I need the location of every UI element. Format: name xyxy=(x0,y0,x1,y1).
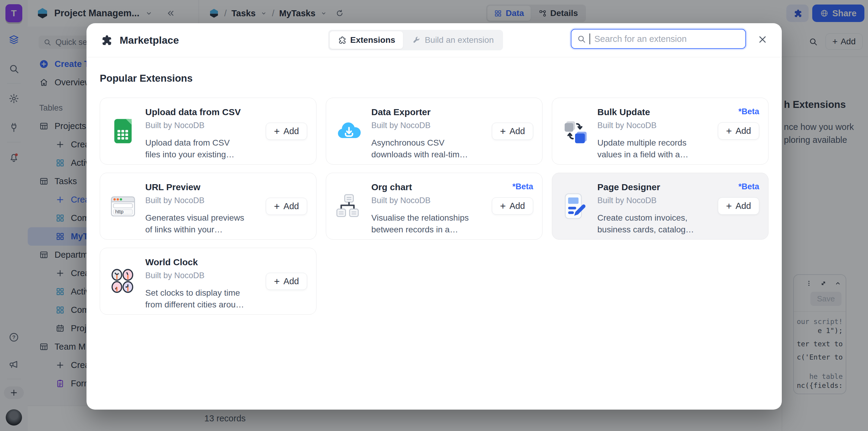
extension-card-org-chart[interactable]: Org chart Built by NocoDB Visualise the … xyxy=(326,173,542,240)
add-extension-button[interactable]: + Add xyxy=(492,197,533,215)
add-extension-button[interactable]: + Add xyxy=(266,273,307,290)
add-extension-button[interactable]: + Add xyxy=(266,123,307,140)
add-label: Add xyxy=(735,126,751,136)
add-label: Add xyxy=(283,276,299,286)
puzzle-outline-icon xyxy=(338,36,346,44)
page-designer-icon xyxy=(561,192,589,220)
extension-author: Built by NocoDB xyxy=(597,196,698,205)
marketplace-modal: Marketplace Extensions Build an extensio… xyxy=(87,23,782,409)
extension-search-input[interactable]: Search for an extension xyxy=(571,29,746,49)
extension-name: Org chart xyxy=(371,182,472,192)
wrench-icon xyxy=(412,36,421,44)
extension-card-world-clock[interactable]: World Clock Built by NocoDB Set clocks t… xyxy=(100,248,316,315)
tab-extensions-label: Extensions xyxy=(350,35,395,45)
extension-name: Upload data from CSV xyxy=(145,107,246,117)
extension-description: Set clocks to display time from differen… xyxy=(145,287,246,310)
beta-badge: *Beta xyxy=(513,182,533,191)
extension-card-bulk-update[interactable]: Bulk Update Built by NocoDB Update multi… xyxy=(552,98,769,164)
plus-icon: + xyxy=(500,201,506,211)
search-icon xyxy=(577,34,586,43)
add-label: Add xyxy=(509,201,525,211)
extension-description: Generates visual previews of links withi… xyxy=(145,212,246,236)
tab-build-extension[interactable]: Build an extension xyxy=(404,31,501,49)
extension-description: Upload data from CSV files into your exi… xyxy=(145,137,246,160)
extension-author: Built by NocoDB xyxy=(145,121,246,130)
cloud-download-icon xyxy=(335,117,363,145)
tab-build-extension-label: Build an extension xyxy=(425,35,494,45)
beta-badge: *Beta xyxy=(738,107,759,116)
plus-icon: + xyxy=(726,201,732,211)
extension-card-url-preview[interactable]: http URL Preview Built by NocoDB Generat… xyxy=(100,173,316,240)
search-placeholder: Search for an extension xyxy=(594,34,687,44)
add-label: Add xyxy=(283,201,299,211)
extension-name: Data Exporter xyxy=(371,107,472,117)
extension-description: Update multiple records values in a fiel… xyxy=(597,137,698,160)
extension-card-upload-data-from-csv[interactable]: Upload data from CSV Built by NocoDB Upl… xyxy=(100,98,316,164)
url-preview-icon: http xyxy=(109,192,137,220)
extension-card-data-exporter[interactable]: Data Exporter Built by NocoDB Asynchrono… xyxy=(326,98,542,164)
close-modal-button[interactable] xyxy=(757,34,768,45)
extension-description: Create custom invoices, business cards, … xyxy=(597,212,698,236)
extension-description: Asynchronous CSV downloads with real-tim… xyxy=(371,137,472,160)
add-extension-button[interactable]: + Add xyxy=(718,122,759,140)
add-extension-button[interactable]: + Add xyxy=(492,123,533,140)
extension-author: Built by NocoDB xyxy=(371,196,472,205)
marketplace-puzzle-icon xyxy=(100,34,113,47)
extension-author: Built by NocoDB xyxy=(145,271,246,280)
plus-icon: + xyxy=(726,126,732,136)
extension-name: URL Preview xyxy=(145,182,246,192)
extension-name: World Clock xyxy=(145,257,246,267)
csv-icon xyxy=(109,117,137,145)
marketplace-title: Marketplace xyxy=(120,34,179,46)
extension-author: Built by NocoDB xyxy=(597,121,698,130)
world-clock-icon xyxy=(109,267,137,295)
add-extension-button[interactable]: + Add xyxy=(718,197,759,215)
marketplace-header: Marketplace Extensions Build an extensio… xyxy=(87,23,782,57)
extension-author: Built by NocoDB xyxy=(145,196,246,205)
extension-author: Built by NocoDB xyxy=(371,121,472,130)
text-caret xyxy=(590,33,590,44)
close-icon xyxy=(757,34,768,45)
plus-icon: + xyxy=(500,126,506,136)
extension-name: Bulk Update xyxy=(597,107,698,117)
marketplace-tab-group: Extensions Build an extension xyxy=(328,30,503,50)
extension-name: Page Designer xyxy=(597,182,698,192)
plus-icon: + xyxy=(274,201,280,211)
plus-icon: + xyxy=(274,276,280,286)
extension-description: Visualise the relationships between reco… xyxy=(371,212,472,236)
add-extension-button[interactable]: + Add xyxy=(266,198,307,215)
bulk-update-icon xyxy=(561,117,589,145)
extension-card-page-designer[interactable]: Page Designer Built by NocoDB Create cus… xyxy=(552,173,769,240)
add-label: Add xyxy=(283,126,299,136)
tab-extensions[interactable]: Extensions xyxy=(330,31,403,49)
beta-badge: *Beta xyxy=(738,182,759,191)
svg-text:http: http xyxy=(115,209,123,214)
org-chart-icon xyxy=(335,192,363,220)
section-title: Popular Extensions xyxy=(100,72,769,84)
add-label: Add xyxy=(735,201,751,211)
plus-icon: + xyxy=(274,126,280,136)
add-label: Add xyxy=(509,126,525,136)
